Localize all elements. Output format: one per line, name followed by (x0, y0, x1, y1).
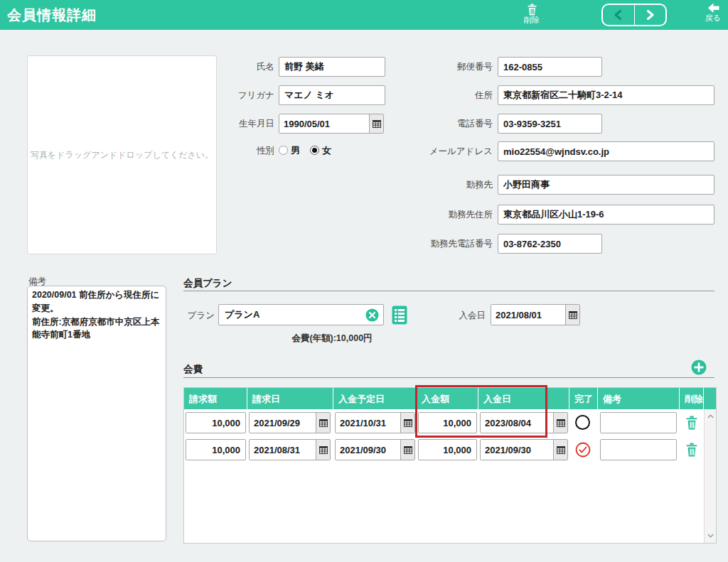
phone-field[interactable] (498, 114, 602, 134)
employer-field[interactable] (498, 175, 714, 195)
plan-picker-icon[interactable] (392, 306, 407, 325)
postal-field[interactable] (498, 57, 602, 77)
calendar-icon (373, 120, 381, 128)
paid-date-input[interactable] (481, 413, 553, 433)
birthdate-calendar-button[interactable] (369, 114, 383, 133)
employer-address-label: 勤務先住所 (409, 209, 493, 221)
col-bill-date: 請求日 (247, 388, 333, 409)
clear-plan-icon[interactable] (365, 308, 379, 322)
row-note-input[interactable] (600, 412, 677, 433)
email-field[interactable] (498, 141, 714, 161)
paid-date-input[interactable] (481, 440, 553, 460)
bill-date-calendar-button[interactable] (316, 413, 330, 433)
paid-date-calendar-button[interactable] (553, 413, 567, 433)
kana-label: フリガナ (213, 90, 274, 102)
scroll-up-icon[interactable] (705, 410, 716, 423)
back-arrow-icon (707, 3, 719, 13)
annual-fee-note: 会費(年額):10,000円 (218, 333, 446, 345)
birthdate-field (279, 114, 384, 134)
gender-female-radio[interactable] (310, 146, 319, 155)
chevron-left-icon (614, 10, 623, 20)
employer-phone-label: 勤務先電話番号 (409, 238, 493, 250)
fee-table-row (184, 436, 716, 463)
table-scrollbar[interactable] (704, 409, 716, 543)
due-date-input[interactable] (336, 440, 400, 460)
birthdate-label: 生年月日 (213, 118, 274, 130)
plan-field (218, 304, 384, 325)
gender-male-radio[interactable] (279, 146, 288, 155)
back-label: 戻る (702, 14, 724, 22)
name-field[interactable] (279, 57, 385, 77)
col-billed-amount: 請求額 (184, 388, 247, 409)
join-date-field (491, 304, 580, 325)
col-filler (704, 388, 716, 409)
due-date-calendar-button[interactable] (400, 413, 414, 433)
bill-date-input[interactable] (250, 440, 316, 460)
fees-table-header: 請求額 請求日 入金予定日 入金額 入金日 完了 備考 削除 (184, 388, 716, 409)
postal-label: 郵便番号 (409, 61, 493, 73)
fees-section-title: 会費 (183, 363, 203, 376)
bill-date-input[interactable] (250, 413, 316, 433)
gender-label: 性別 (213, 145, 274, 157)
add-fee-row-icon[interactable] (691, 360, 707, 375)
kana-field[interactable] (279, 85, 385, 105)
join-date-input[interactable] (491, 305, 565, 325)
paid-amount-input[interactable] (418, 439, 477, 460)
gender-female-label: 女 (322, 145, 331, 156)
join-date-calendar-button[interactable] (565, 305, 579, 325)
billed-amount-input[interactable] (186, 439, 246, 460)
plan-input[interactable] (219, 310, 365, 320)
delete-label: 削除 (517, 16, 547, 24)
delete-row-icon[interactable] (685, 416, 698, 430)
done-toggle-checked[interactable] (575, 442, 591, 458)
page-title: 会員情報詳細 (7, 6, 97, 25)
paid-date-field (480, 412, 568, 433)
plan-section-divider (183, 291, 714, 291)
due-date-field (335, 439, 415, 460)
fee-table-row (184, 409, 716, 436)
paid-date-calendar-button[interactable] (553, 440, 567, 460)
plan-label: プラン (164, 310, 215, 322)
photo-placeholder: 写真をドラッグアンドドロップしてください。 (31, 149, 213, 161)
app-header: 会員情報詳細 削除 戻る (0, 0, 728, 30)
gender-male-label: 男 (291, 145, 300, 156)
paid-date-field (480, 439, 568, 460)
chevron-right-icon (646, 10, 655, 20)
delete-row-icon[interactable] (685, 443, 698, 457)
row-note-input[interactable] (600, 439, 677, 460)
next-record-button[interactable] (635, 5, 666, 25)
notes-textarea[interactable]: 2020/09/01 前住所から現住所に変更。 前住所:京都府京都市中京区上本能… (27, 286, 166, 541)
bill-date-calendar-button[interactable] (316, 440, 330, 460)
col-done: 完了 (569, 388, 598, 409)
calendar-icon (569, 311, 577, 319)
paid-amount-input[interactable] (418, 412, 477, 433)
due-date-calendar-button[interactable] (400, 440, 414, 460)
calendar-icon (557, 419, 565, 427)
calendar-icon (404, 419, 412, 427)
billed-amount-input[interactable] (186, 412, 246, 433)
photo-dropzone[interactable]: 写真をドラッグアンドドロップしてください。 (27, 55, 217, 254)
calendar-icon (319, 419, 328, 427)
back-button[interactable]: 戻る (702, 3, 724, 22)
col-due-date: 入金予定日 (333, 388, 417, 409)
address-field[interactable] (498, 85, 714, 105)
birthdate-input[interactable] (279, 114, 369, 133)
employer-phone-field[interactable] (498, 234, 602, 254)
record-nav (601, 4, 667, 26)
fees-table: 請求額 請求日 入金予定日 入金額 入金日 完了 備考 削除 (183, 387, 717, 544)
col-note: 備考 (598, 388, 680, 409)
col-paid-date: 入金日 (478, 388, 569, 409)
name-label: 氏名 (213, 61, 274, 73)
trash-icon (527, 4, 537, 16)
email-label: メールアドレス (409, 146, 493, 158)
employer-label: 勤務先 (409, 179, 493, 191)
plan-section-title: 会員プラン (183, 277, 232, 290)
done-toggle-unchecked[interactable] (575, 415, 590, 430)
employer-address-field[interactable] (498, 205, 714, 225)
bill-date-field (249, 439, 331, 460)
due-date-input[interactable] (336, 413, 400, 433)
prev-record-button[interactable] (603, 5, 635, 25)
scroll-down-icon[interactable] (705, 529, 716, 542)
delete-button[interactable]: 削除 (517, 4, 547, 24)
col-paid-amount: 入金額 (417, 388, 478, 409)
